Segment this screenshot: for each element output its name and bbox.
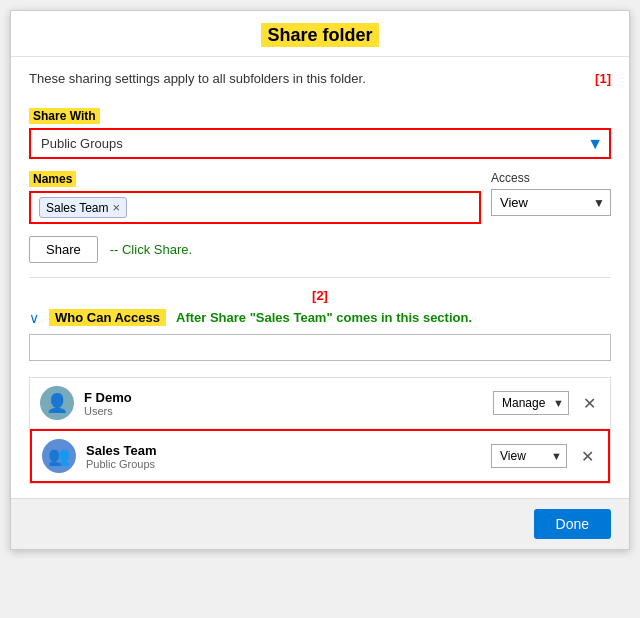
item-name-fdemo: F Demo [84, 390, 483, 405]
click-share-hint: -- Click Share. [110, 242, 192, 257]
access-select[interactable]: View Edit Manage [491, 189, 611, 216]
wca-chevron-icon[interactable]: ∨ [29, 310, 39, 326]
names-access-row: Names Sales Team × Access View Edit Mana… [29, 171, 611, 224]
remove-button-fdemo[interactable]: ✕ [579, 394, 600, 413]
wca-header: ∨ Who Can Access After Share "Sales Team… [29, 309, 611, 326]
item-access-wrapper-fdemo: Manage View Edit ▼ [493, 391, 569, 415]
names-input[interactable] [131, 200, 471, 215]
annotation-2: [2] [29, 288, 611, 303]
share-row: Share -- Click Share. [29, 236, 611, 263]
share-with-wrapper: Public Groups Users Roles ▼ [29, 128, 611, 159]
dialog-footer: Done [11, 498, 629, 549]
item-info-salesteam: Sales Team Public Groups [86, 443, 481, 470]
item-access-wrapper-salesteam: View Edit Manage ▼ [491, 444, 567, 468]
search-wrapper: 🔍 [29, 334, 611, 369]
tag-label: Sales Team [46, 201, 108, 215]
who-can-access-section: [2] ∨ Who Can Access After Share "Sales … [29, 277, 611, 484]
remove-button-salesteam[interactable]: ✕ [577, 447, 598, 466]
dialog-title: Share folder [11, 11, 629, 57]
names-label: Names [29, 171, 76, 187]
avatar-salesteam: 👥 [42, 439, 76, 473]
dialog-body: These sharing settings apply to all subf… [11, 57, 629, 498]
item-name-salesteam: Sales Team [86, 443, 481, 458]
item-access-select-salesteam[interactable]: View Edit Manage [491, 444, 567, 468]
tag-remove-icon[interactable]: × [112, 200, 120, 215]
access-item-salesteam: 👥 Sales Team Public Groups View Edit Man… [30, 429, 610, 483]
item-type-salesteam: Public Groups [86, 458, 481, 470]
title-text: Share folder [261, 23, 378, 47]
item-type-fdemo: Users [84, 405, 483, 417]
share-with-select[interactable]: Public Groups Users Roles [29, 128, 611, 159]
sales-team-tag: Sales Team × [39, 197, 127, 218]
names-input-box[interactable]: Sales Team × [29, 191, 481, 224]
share-button[interactable]: Share [29, 236, 98, 263]
search-input[interactable] [29, 334, 611, 361]
share-folder-dialog: Share folder These sharing settings appl… [10, 10, 630, 550]
avatar-fdemo: 👤 [40, 386, 74, 420]
access-col: Access View Edit Manage ▼ [491, 171, 611, 216]
access-select-wrapper: View Edit Manage ▼ [491, 189, 611, 216]
done-button[interactable]: Done [534, 509, 611, 539]
share-with-field: Share With Public Groups Users Roles ▼ [29, 108, 611, 159]
info-text: These sharing settings apply to all subf… [29, 71, 366, 86]
share-with-label: Share With [29, 108, 100, 124]
wca-label: Who Can Access [49, 309, 166, 326]
wca-after-share-hint: After Share "Sales Team" comes in this s… [176, 310, 472, 325]
access-list: 👤 F Demo Users Manage View Edit ▼ ✕ [29, 377, 611, 484]
item-info-fdemo: F Demo Users [84, 390, 483, 417]
item-access-select-fdemo[interactable]: Manage View Edit [493, 391, 569, 415]
access-label: Access [491, 171, 611, 185]
annotation-1: [1] [595, 71, 611, 86]
names-col: Names Sales Team × [29, 171, 481, 224]
access-item-fdemo: 👤 F Demo Users Manage View Edit ▼ ✕ [30, 378, 610, 429]
